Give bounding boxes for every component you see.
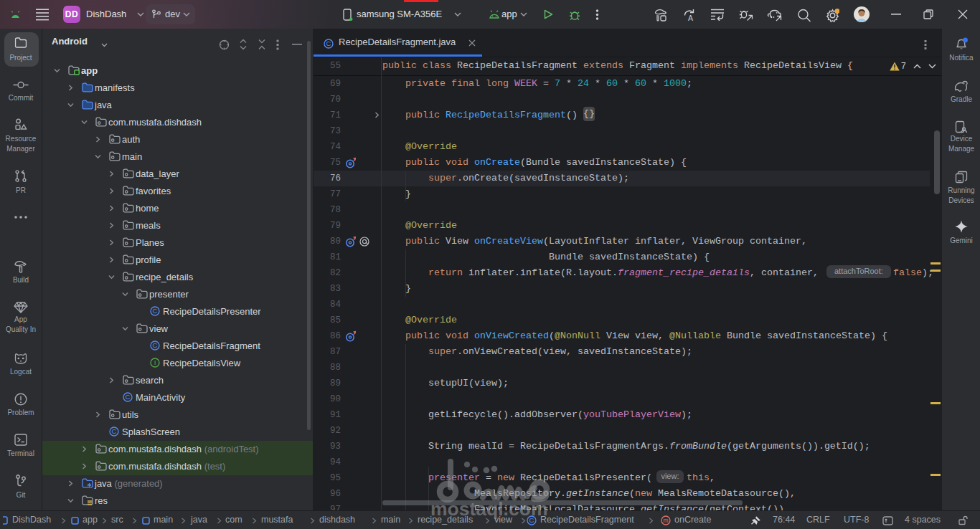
svg-text:m: m bbox=[663, 517, 668, 524]
svg-text:mostaql.com: mostaql.com bbox=[430, 498, 547, 520]
svg-text:A: A bbox=[688, 14, 693, 22]
